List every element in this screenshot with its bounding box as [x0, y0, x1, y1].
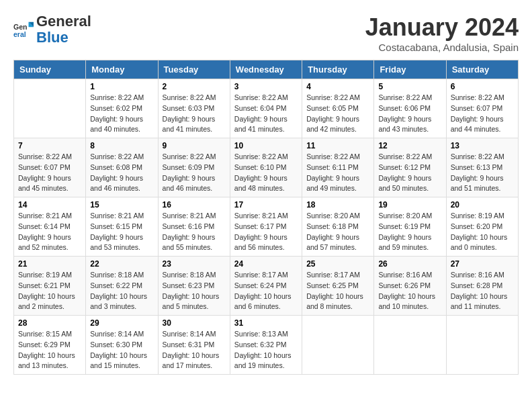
day-number: 5 [378, 82, 441, 91]
day-cell: 21 Sunrise: 8:19 AMSunset: 6:21 PMDaylig… [14, 257, 86, 316]
day-info: Sunrise: 8:18 AMSunset: 6:22 PMDaylight:… [90, 270, 153, 312]
day-number: 6 [451, 82, 514, 91]
day-info: Sunrise: 8:20 AMSunset: 6:18 PMDaylight:… [306, 211, 369, 253]
day-cell: 10 Sunrise: 8:22 AMSunset: 6:10 PMDaylig… [230, 138, 302, 197]
day-info: Sunrise: 8:22 AMSunset: 6:13 PMDaylight:… [451, 152, 514, 194]
day-number: 18 [306, 200, 369, 210]
day-cell: 19 Sunrise: 8:20 AMSunset: 6:19 PMDaylig… [374, 197, 446, 257]
day-cell: 17 Sunrise: 8:21 AMSunset: 6:17 PMDaylig… [230, 197, 302, 257]
day-cell: 24 Sunrise: 8:17 AMSunset: 6:24 PMDaylig… [230, 257, 302, 316]
day-number: 9 [163, 141, 226, 150]
day-cell: 12 Sunrise: 8:22 AMSunset: 6:12 PMDaylig… [374, 138, 446, 197]
day-cell: 16 Sunrise: 8:21 AMSunset: 6:16 PMDaylig… [158, 197, 230, 257]
day-info: Sunrise: 8:15 AMSunset: 6:29 PMDaylight:… [18, 329, 81, 371]
week-row-2: 7 Sunrise: 8:22 AMSunset: 6:07 PMDayligh… [14, 138, 519, 197]
day-number: 3 [234, 82, 298, 91]
week-row-1: 1 Sunrise: 8:22 AMSunset: 6:02 PMDayligh… [14, 79, 519, 138]
day-number: 11 [306, 141, 369, 150]
day-number: 28 [18, 318, 81, 328]
day-number: 7 [18, 141, 81, 150]
day-info: Sunrise: 8:22 AMSunset: 6:11 PMDaylight:… [306, 152, 369, 194]
day-info: Sunrise: 8:21 AMSunset: 6:15 PMDaylight:… [90, 211, 153, 253]
day-info: Sunrise: 8:22 AMSunset: 6:06 PMDaylight:… [378, 93, 441, 135]
day-info: Sunrise: 8:17 AMSunset: 6:24 PMDaylight:… [234, 270, 298, 312]
day-info: Sunrise: 8:22 AMSunset: 6:07 PMDaylight:… [451, 93, 514, 135]
day-cell: 13 Sunrise: 8:22 AMSunset: 6:13 PMDaylig… [446, 138, 518, 197]
day-number: 8 [90, 141, 153, 150]
day-info: Sunrise: 8:21 AMSunset: 6:14 PMDaylight:… [18, 211, 81, 253]
day-info: Sunrise: 8:22 AMSunset: 6:02 PMDaylight:… [90, 93, 153, 135]
day-info: Sunrise: 8:19 AMSunset: 6:21 PMDaylight:… [18, 270, 81, 312]
day-info: Sunrise: 8:22 AMSunset: 6:04 PMDaylight:… [234, 93, 298, 135]
week-row-3: 14 Sunrise: 8:21 AMSunset: 6:14 PMDaylig… [14, 197, 519, 257]
calendar-table: SundayMondayTuesdayWednesdayThursdayFrid… [13, 60, 519, 375]
day-number: 4 [306, 82, 369, 91]
day-number: 1 [90, 82, 153, 91]
day-cell: 9 Sunrise: 8:22 AMSunset: 6:09 PMDayligh… [158, 138, 230, 197]
day-info: Sunrise: 8:22 AMSunset: 6:08 PMDaylight:… [90, 152, 153, 194]
day-cell: 18 Sunrise: 8:20 AMSunset: 6:18 PMDaylig… [302, 197, 374, 257]
weekday-header-friday: Friday [374, 60, 446, 79]
logo: Gen eral General Blue [13, 13, 91, 46]
day-cell: 11 Sunrise: 8:22 AMSunset: 6:11 PMDaylig… [302, 138, 374, 197]
logo-blue: Blue [36, 29, 69, 46]
day-number: 15 [90, 200, 153, 210]
day-number: 21 [18, 259, 81, 269]
day-info: Sunrise: 8:22 AMSunset: 6:12 PMDaylight:… [378, 152, 441, 194]
day-number: 17 [234, 200, 298, 210]
day-cell [14, 79, 86, 138]
day-number: 24 [234, 259, 298, 269]
day-cell: 30 Sunrise: 8:14 AMSunset: 6:31 PMDaylig… [158, 316, 230, 375]
title-block: January 2024 Costacabana, Andalusia, Spa… [365, 13, 519, 53]
day-info: Sunrise: 8:22 AMSunset: 6:10 PMDaylight:… [234, 152, 298, 194]
day-info: Sunrise: 8:21 AMSunset: 6:17 PMDaylight:… [234, 211, 298, 253]
weekday-header-tuesday: Tuesday [158, 60, 230, 79]
day-number: 26 [378, 259, 441, 269]
day-info: Sunrise: 8:22 AMSunset: 6:09 PMDaylight:… [163, 152, 226, 194]
day-cell: 8 Sunrise: 8:22 AMSunset: 6:08 PMDayligh… [86, 138, 158, 197]
day-cell: 6 Sunrise: 8:22 AMSunset: 6:07 PMDayligh… [446, 79, 518, 138]
day-cell: 28 Sunrise: 8:15 AMSunset: 6:29 PMDaylig… [14, 316, 86, 375]
day-cell: 7 Sunrise: 8:22 AMSunset: 6:07 PMDayligh… [14, 138, 86, 197]
day-info: Sunrise: 8:17 AMSunset: 6:25 PMDaylight:… [306, 270, 369, 312]
day-cell: 3 Sunrise: 8:22 AMSunset: 6:04 PMDayligh… [230, 79, 302, 138]
day-number: 29 [90, 318, 153, 328]
day-number: 2 [163, 82, 226, 91]
day-cell [374, 316, 446, 375]
day-number: 20 [451, 200, 514, 210]
day-number: 14 [18, 200, 81, 210]
day-cell: 29 Sunrise: 8:14 AMSunset: 6:30 PMDaylig… [86, 316, 158, 375]
day-number: 12 [378, 141, 441, 150]
day-number: 23 [163, 259, 226, 269]
location: Costacabana, Andalusia, Spain [365, 42, 519, 53]
day-number: 13 [451, 141, 514, 150]
month-title: January 2024 [365, 13, 519, 42]
day-cell: 2 Sunrise: 8:22 AMSunset: 6:03 PMDayligh… [158, 79, 230, 138]
day-info: Sunrise: 8:21 AMSunset: 6:16 PMDaylight:… [163, 211, 226, 253]
logo-icon: Gen eral [13, 19, 34, 40]
day-info: Sunrise: 8:14 AMSunset: 6:31 PMDaylight:… [163, 329, 226, 371]
day-info: Sunrise: 8:13 AMSunset: 6:32 PMDaylight:… [234, 329, 298, 371]
day-info: Sunrise: 8:14 AMSunset: 6:30 PMDaylight:… [90, 329, 153, 371]
day-cell: 25 Sunrise: 8:17 AMSunset: 6:25 PMDaylig… [302, 257, 374, 316]
day-cell: 5 Sunrise: 8:22 AMSunset: 6:06 PMDayligh… [374, 79, 446, 138]
day-cell: 20 Sunrise: 8:19 AMSunset: 6:20 PMDaylig… [446, 197, 518, 257]
weekday-header-thursday: Thursday [302, 60, 374, 79]
day-cell: 15 Sunrise: 8:21 AMSunset: 6:15 PMDaylig… [86, 197, 158, 257]
logo-general: General [36, 13, 91, 30]
day-cell: 1 Sunrise: 8:22 AMSunset: 6:02 PMDayligh… [86, 79, 158, 138]
day-cell: 14 Sunrise: 8:21 AMSunset: 6:14 PMDaylig… [14, 197, 86, 257]
day-cell: 26 Sunrise: 8:16 AMSunset: 6:26 PMDaylig… [374, 257, 446, 316]
day-cell [446, 316, 518, 375]
weekday-header-sunday: Sunday [14, 60, 86, 79]
day-number: 22 [90, 259, 153, 269]
day-number: 27 [451, 259, 514, 269]
day-info: Sunrise: 8:18 AMSunset: 6:23 PMDaylight:… [163, 270, 226, 312]
weekday-header-wednesday: Wednesday [230, 60, 302, 79]
weekday-header-row: SundayMondayTuesdayWednesdayThursdayFrid… [14, 60, 519, 79]
day-number: 10 [234, 141, 298, 150]
page-header: Gen eral General Blue January 2024 Costa… [13, 13, 519, 53]
day-cell: 31 Sunrise: 8:13 AMSunset: 6:32 PMDaylig… [230, 316, 302, 375]
week-row-4: 21 Sunrise: 8:19 AMSunset: 6:21 PMDaylig… [14, 257, 519, 316]
day-number: 25 [306, 259, 369, 269]
